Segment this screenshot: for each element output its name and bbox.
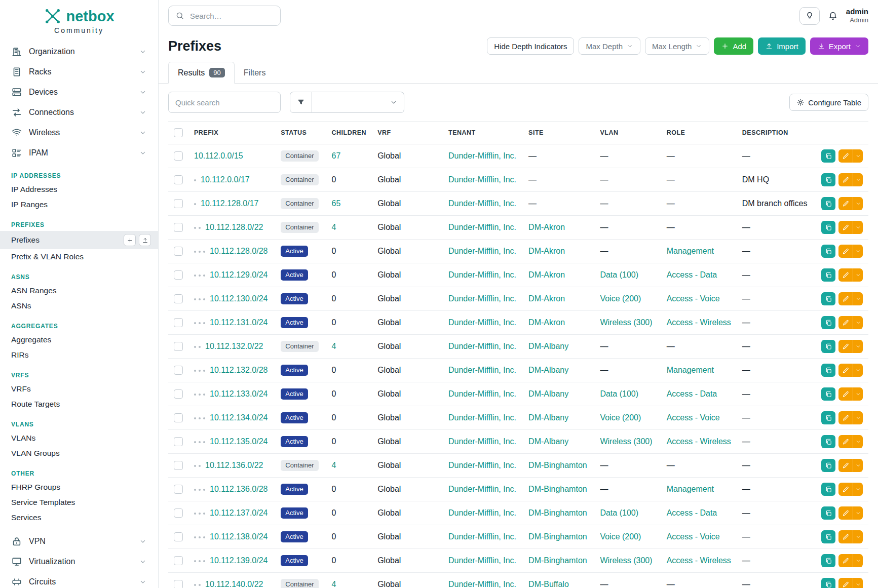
site-link[interactable]: DM-Buffalo <box>528 580 569 588</box>
clone-button[interactable] <box>821 530 835 543</box>
column-header-vlan[interactable]: VLAN <box>594 122 661 144</box>
site-link[interactable]: DM-Akron <box>528 270 565 279</box>
column-header-tenant[interactable]: TENANT <box>443 122 523 144</box>
role-link[interactable]: Access - Voice <box>667 413 720 422</box>
row-checkbox[interactable] <box>174 389 183 399</box>
tenant-link[interactable]: Dunder-Mifflin, Inc. <box>448 413 516 422</box>
tenant-link[interactable]: Dunder-Mifflin, Inc. <box>448 318 516 327</box>
clone-button[interactable] <box>821 316 835 329</box>
tenant-link[interactable]: Dunder-Mifflin, Inc. <box>448 151 516 160</box>
sidebar-item-wireless[interactable]: Wireless <box>0 123 158 143</box>
edit-dropdown-button[interactable] <box>853 554 863 567</box>
tenant-link[interactable]: Dunder-Mifflin, Inc. <box>448 223 516 231</box>
tenant-link[interactable]: Dunder-Mifflin, Inc. <box>448 366 516 374</box>
edit-button[interactable] <box>838 173 853 186</box>
prefix-link[interactable]: 10.112.128.0/17 <box>201 199 258 208</box>
prefix-link[interactable]: 10.112.137.0/24 <box>210 508 268 517</box>
tenant-link[interactable]: Dunder-Mifflin, Inc. <box>448 199 516 208</box>
edit-dropdown-button[interactable] <box>853 459 863 472</box>
site-link[interactable]: DM-Akron <box>528 247 565 255</box>
edit-dropdown-button[interactable] <box>853 364 863 377</box>
children-link[interactable]: 67 <box>332 151 341 160</box>
clone-button[interactable] <box>821 245 835 258</box>
sidebar-item-ip-ranges[interactable]: IP Ranges <box>0 197 158 212</box>
edit-button[interactable] <box>838 292 853 305</box>
edit-button[interactable] <box>838 197 853 210</box>
tenant-link[interactable]: Dunder-Mifflin, Inc. <box>448 389 516 398</box>
sidebar-item-vlans[interactable]: VLANs <box>0 430 158 446</box>
column-header-status[interactable]: STATUS <box>275 122 326 144</box>
sidebar-item-asns[interactable]: ASNs <box>0 298 158 313</box>
edit-dropdown-button[interactable] <box>853 483 863 496</box>
sidebar-item-ip-addresses[interactable]: IP Addresses <box>0 182 158 197</box>
edit-dropdown-button[interactable] <box>853 268 863 282</box>
tenant-link[interactable]: Dunder-Mifflin, Inc. <box>448 485 516 493</box>
edit-button[interactable] <box>838 435 853 448</box>
export-dropdown-button[interactable]: Export <box>810 37 868 55</box>
row-checkbox[interactable] <box>174 270 183 280</box>
prefix-link[interactable]: 10.112.140.0/22 <box>205 580 263 588</box>
clone-button[interactable] <box>821 411 835 424</box>
row-checkbox[interactable] <box>174 532 183 541</box>
tenant-link[interactable]: Dunder-Mifflin, Inc. <box>448 580 516 588</box>
sidebar-item-services[interactable]: Services <box>0 510 158 525</box>
tenant-link[interactable]: Dunder-Mifflin, Inc. <box>448 270 516 279</box>
children-link[interactable]: 4 <box>332 223 336 231</box>
tenant-link[interactable]: Dunder-Mifflin, Inc. <box>448 342 516 350</box>
sidebar-item-connections[interactable]: Connections <box>0 102 158 123</box>
column-header-role[interactable]: ROLE <box>661 122 737 144</box>
clone-button[interactable] <box>821 506 835 520</box>
prefix-link[interactable]: 10.112.139.0/24 <box>210 556 268 565</box>
clone-button[interactable] <box>821 578 835 588</box>
role-link[interactable]: Management <box>667 247 714 255</box>
quick-add-button[interactable] <box>124 234 136 246</box>
role-link[interactable]: Access - Voice <box>667 532 720 541</box>
edit-button[interactable] <box>838 221 853 234</box>
vlan-link[interactable]: Data (100) <box>600 508 638 517</box>
sidebar-item-prefix-vlan-roles[interactable]: Prefix & VLAN Roles <box>0 249 158 264</box>
vlan-link[interactable]: Wireless (300) <box>600 556 652 565</box>
sidebar-item-vrfs[interactable]: VRFs <box>0 381 158 397</box>
prefix-link[interactable]: 10.112.0.0/15 <box>194 151 243 160</box>
clone-button[interactable] <box>821 435 835 448</box>
tab-filters[interactable]: Filters <box>235 63 275 83</box>
prefix-link[interactable]: 10.112.133.0/24 <box>210 389 268 398</box>
clone-button[interactable] <box>821 221 835 234</box>
configure-table-button[interactable]: Configure Table <box>789 94 868 111</box>
sidebar-item-circuits[interactable]: Circuits <box>0 572 158 588</box>
clone-button[interactable] <box>821 554 835 567</box>
sidebar-item-vpn[interactable]: VPN <box>0 531 158 552</box>
row-checkbox[interactable] <box>174 151 183 161</box>
notifications-button[interactable] <box>828 11 838 21</box>
vlan-link[interactable]: Voice (200) <box>600 532 641 541</box>
add-button[interactable]: Add <box>714 37 753 55</box>
tenant-link[interactable]: Dunder-Mifflin, Inc. <box>448 175 516 184</box>
edit-dropdown-button[interactable] <box>853 530 863 543</box>
prefix-link[interactable]: 10.112.0.0/17 <box>201 175 250 184</box>
clone-button[interactable] <box>821 483 835 496</box>
clone-button[interactable] <box>821 387 835 401</box>
site-link[interactable]: DM-Binghamton <box>528 508 587 517</box>
column-header-children[interactable]: CHILDREN <box>326 122 372 144</box>
site-link[interactable]: DM-Binghamton <box>528 485 587 493</box>
quick-import-button[interactable] <box>139 234 151 246</box>
role-link[interactable]: Access - Data <box>667 508 717 517</box>
sidebar-item-asn-ranges[interactable]: ASN Ranges <box>0 283 158 298</box>
edit-dropdown-button[interactable] <box>853 245 863 258</box>
row-checkbox[interactable] <box>174 175 183 184</box>
children-link[interactable]: 4 <box>332 580 336 588</box>
edit-dropdown-button[interactable] <box>853 292 863 305</box>
import-button[interactable]: Import <box>758 37 806 55</box>
saved-filter-select[interactable] <box>312 92 404 113</box>
prefix-link[interactable]: 10.112.135.0/24 <box>210 437 268 446</box>
site-link[interactable]: DM-Albany <box>528 342 568 350</box>
edit-dropdown-button[interactable] <box>853 149 863 163</box>
edit-button[interactable] <box>838 530 853 543</box>
row-checkbox[interactable] <box>174 437 183 446</box>
max-depth-dropdown[interactable]: Max Depth <box>579 37 640 55</box>
edit-button[interactable] <box>838 411 853 424</box>
clone-button[interactable] <box>821 364 835 377</box>
edit-dropdown-button[interactable] <box>853 506 863 520</box>
sidebar-item-fhrp-groups[interactable]: FHRP Groups <box>0 480 158 495</box>
prefix-link[interactable]: 10.112.138.0/24 <box>210 532 268 541</box>
